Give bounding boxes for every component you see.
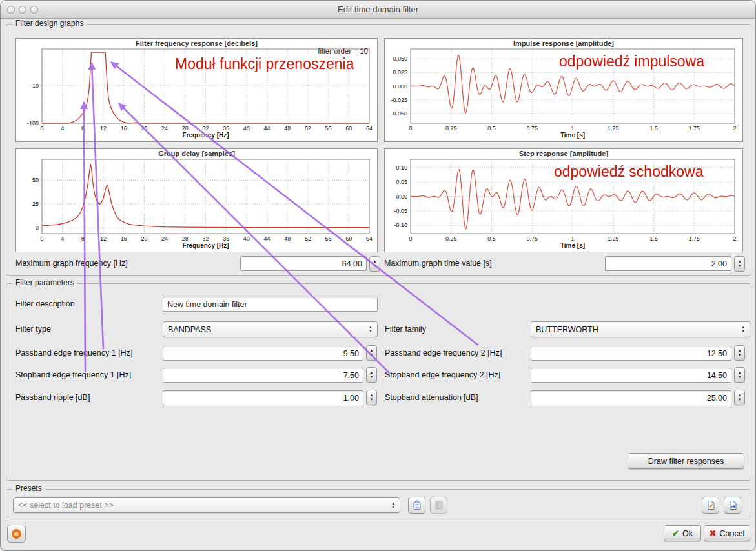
stepper-down-icon[interactable]: ▼: [738, 354, 742, 357]
preset-select[interactable]: << select to load preset >> ▲▼: [13, 497, 400, 513]
svg-text:40: 40: [243, 235, 250, 242]
svg-text:-0.10: -0.10: [394, 222, 407, 228]
filter-family-value: BUTTERWORTH: [536, 325, 598, 334]
stepper-down-icon[interactable]: ▼: [370, 354, 374, 357]
svg-text:0.75: 0.75: [526, 235, 538, 242]
save-preset-button[interactable]: [408, 497, 425, 514]
draw-filter-responses-button[interactable]: Draw filter responses: [628, 453, 744, 469]
document-save-icon: [728, 500, 738, 510]
svg-text:56: 56: [325, 235, 332, 242]
max-graph-time-label: Maximum graph time value [s]: [384, 259, 492, 268]
cancel-button-label: Cancel: [719, 529, 744, 538]
svg-text:1: 1: [571, 235, 574, 242]
svg-text:28: 28: [182, 125, 189, 132]
svg-text:-0.025: -0.025: [391, 97, 407, 103]
svg-text:1.75: 1.75: [688, 125, 700, 132]
svg-text:44: 44: [264, 235, 271, 242]
svg-text:Group delay [samples]: Group delay [samples]: [158, 150, 235, 157]
svg-text:16: 16: [121, 235, 127, 242]
stepper-up-icon[interactable]: ▲: [370, 394, 374, 397]
stepper-down-icon[interactable]: ▼: [370, 376, 374, 379]
preset-select-placeholder: << select to load preset >>: [18, 501, 114, 510]
transfer-function-note: Moduł funkcji przenoszenia: [175, 55, 354, 73]
svg-text:Time [s]: Time [s]: [560, 132, 585, 139]
svg-text:0: 0: [40, 235, 43, 242]
stopband-edge-2-stepper[interactable]: ▲▼: [734, 367, 745, 383]
stopband-attenuation-input[interactable]: [531, 390, 731, 405]
passband-edge-1-stepper[interactable]: ▲▼: [366, 345, 377, 361]
svg-text:20: 20: [141, 125, 147, 132]
stepper-down-icon[interactable]: ▼: [738, 376, 742, 379]
svg-text:12: 12: [100, 235, 107, 242]
svg-text:Impulse response [amplitude]: Impulse response [amplitude]: [513, 39, 614, 47]
help-button[interactable]: [7, 525, 26, 543]
svg-text:-10: -10: [30, 83, 39, 89]
filter-family-select[interactable]: BUTTERWORTH ▲▼: [531, 321, 750, 337]
stopband-edge-2-input[interactable]: [531, 368, 731, 383]
stepper-down-icon[interactable]: ▼: [373, 265, 377, 268]
presets-group: Presets << select to load preset >> ▲▼: [6, 489, 751, 517]
stepper-down-icon[interactable]: ▼: [738, 265, 742, 268]
svg-text:Frequency [Hz]: Frequency [Hz]: [182, 132, 229, 139]
svg-text:0.000: 0.000: [393, 83, 407, 90]
max-graph-frequency-input[interactable]: [240, 256, 367, 271]
save-preset-to-file-button[interactable]: [724, 497, 741, 514]
stepper-up-icon[interactable]: ▲: [738, 371, 742, 374]
svg-text:4: 4: [61, 235, 64, 242]
stepper-down-icon[interactable]: ▼: [738, 398, 742, 401]
svg-text:64: 64: [366, 125, 373, 132]
svg-text:36: 36: [223, 125, 229, 132]
stepper-up-icon[interactable]: ▲: [738, 260, 742, 263]
filter-order-label: filter order = 10: [318, 47, 368, 55]
svg-text:1.25: 1.25: [608, 235, 619, 242]
svg-text:24: 24: [161, 235, 168, 242]
svg-text:8: 8: [81, 235, 85, 242]
svg-text:48: 48: [284, 235, 291, 242]
stopband-edge-1-input[interactable]: [163, 368, 363, 383]
svg-text:0: 0: [40, 125, 43, 132]
svg-text:1: 1: [571, 125, 574, 132]
stopband-edge-1-stepper[interactable]: ▲▼: [366, 367, 377, 383]
delete-preset-button[interactable]: [430, 497, 447, 514]
stepper-up-icon[interactable]: ▲: [738, 349, 742, 352]
ok-button[interactable]: ✔ Ok: [664, 525, 701, 541]
svg-text:Filter frequency response [dec: Filter frequency response [decibels]: [136, 39, 258, 47]
svg-text:0: 0: [36, 225, 39, 231]
svg-text:36: 36: [223, 235, 229, 242]
svg-text:0.25: 0.25: [445, 235, 457, 242]
stepper-up-icon[interactable]: ▲: [738, 394, 742, 397]
combo-arrows-icon: ▲▼: [737, 326, 745, 333]
load-preset-from-file-button[interactable]: [702, 497, 719, 514]
x-icon: ✖: [710, 528, 717, 538]
max-graph-time-input[interactable]: [605, 256, 731, 271]
passband-ripple-input[interactable]: [163, 390, 363, 405]
max-graph-time-stepper[interactable]: ▲▼: [734, 256, 745, 272]
svg-text:64: 64: [366, 235, 373, 242]
filter-type-label: Filter type: [15, 325, 51, 334]
svg-text:52: 52: [305, 125, 311, 132]
svg-text:0.75: 0.75: [526, 125, 538, 132]
edit-time-domain-filter-dialog: Edit time domain filter Filter design gr…: [0, 0, 756, 551]
svg-text:48: 48: [284, 125, 291, 132]
svg-text:60: 60: [345, 235, 352, 242]
max-graph-frequency-stepper[interactable]: ▲▼: [369, 256, 380, 272]
filter-type-value: BANDPASS: [168, 325, 211, 334]
cancel-button[interactable]: ✖ Cancel: [704, 525, 750, 541]
stepper-up-icon[interactable]: ▲: [370, 371, 374, 374]
passband-edge-2-stepper[interactable]: ▲▼: [734, 345, 745, 361]
stopband-attenuation-stepper[interactable]: ▲▼: [734, 390, 745, 405]
check-icon: ✔: [672, 528, 679, 538]
passband-ripple-stepper[interactable]: ▲▼: [366, 390, 377, 405]
filter-description-input[interactable]: [163, 297, 378, 312]
passband-edge-2-input[interactable]: [531, 346, 731, 361]
svg-text:-0.050: -0.050: [391, 110, 407, 117]
stepper-down-icon[interactable]: ▼: [370, 398, 374, 401]
svg-text:0.05: 0.05: [396, 179, 407, 185]
stepper-up-icon[interactable]: ▲: [373, 260, 377, 263]
stepper-up-icon[interactable]: ▲: [370, 349, 374, 352]
filter-type-select[interactable]: BANDPASS ▲▼: [163, 321, 378, 337]
svg-text:8: 8: [81, 125, 85, 132]
passband-edge-1-input[interactable]: [163, 346, 363, 361]
combo-arrows-icon: ▲▼: [365, 326, 373, 333]
svg-text:16: 16: [121, 125, 127, 132]
